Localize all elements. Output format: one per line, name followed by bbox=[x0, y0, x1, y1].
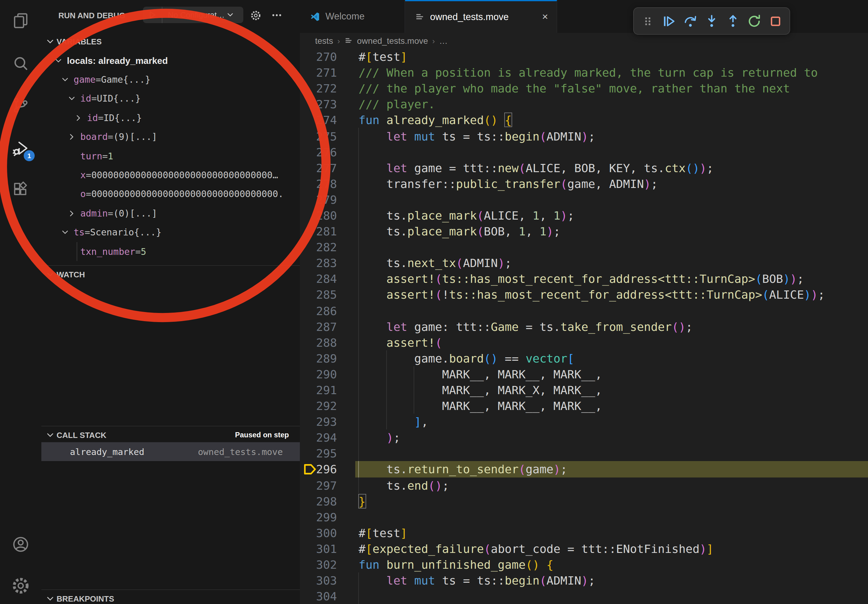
code-line-291: 291 MARK__, MARK_X, MARK__, bbox=[300, 382, 868, 398]
variable-row-board[interactable]: board = (9)[...] bbox=[41, 127, 300, 147]
line-number[interactable]: 278 bbox=[300, 177, 337, 190]
gear-icon[interactable] bbox=[249, 9, 262, 22]
equals-sign: = bbox=[85, 227, 90, 238]
breadcrumb-item[interactable]: … bbox=[439, 36, 448, 46]
line-number[interactable]: 297 bbox=[300, 479, 337, 492]
tab-welcome[interactable]: Welcome bbox=[300, 0, 405, 33]
continue-button[interactable] bbox=[661, 13, 677, 29]
move-file-icon bbox=[344, 37, 353, 45]
equals-sign: = bbox=[96, 74, 101, 85]
step-over-button[interactable] bbox=[682, 13, 698, 29]
tab-owned-tests-move[interactable]: owned_tests.move × bbox=[405, 0, 557, 33]
chevron-right-icon[interactable] bbox=[74, 114, 87, 122]
watch-section-header[interactable]: WATCH bbox=[41, 266, 300, 283]
start-debug-play-icon[interactable] bbox=[143, 10, 162, 19]
line-number[interactable]: 289 bbox=[300, 352, 337, 365]
settings-gear-icon[interactable] bbox=[11, 576, 30, 595]
tree-indent-guide bbox=[77, 242, 77, 261]
chevron-down-icon[interactable] bbox=[68, 94, 80, 103]
line-number[interactable]: 284 bbox=[300, 272, 337, 286]
variable-value: 5 bbox=[141, 246, 146, 257]
line-number[interactable]: 272 bbox=[300, 82, 337, 95]
call-stack-section-header[interactable]: CALL STACK Paused on step bbox=[41, 426, 300, 443]
line-number[interactable]: 304 bbox=[300, 589, 337, 603]
line-number[interactable]: 275 bbox=[300, 129, 337, 142]
code-line-287: 287 let game: ttt::Game = ts.take_from_s… bbox=[300, 318, 868, 334]
line-number[interactable]: 287 bbox=[300, 320, 337, 333]
run-and-debug-icon[interactable]: 1 bbox=[11, 139, 30, 158]
line-number[interactable]: 301 bbox=[300, 542, 337, 555]
chevron-right-icon[interactable] bbox=[68, 133, 80, 141]
line-number[interactable]: 295 bbox=[300, 447, 337, 460]
stop-button[interactable] bbox=[768, 13, 783, 29]
line-number[interactable]: 281 bbox=[300, 225, 337, 238]
source-control-icon[interactable] bbox=[11, 96, 30, 115]
variable-value: 0000000000000000000000000000000000. bbox=[91, 189, 284, 200]
chevron-down-icon[interactable] bbox=[54, 56, 67, 65]
explorer-icon[interactable] bbox=[11, 11, 30, 30]
variable-name: game bbox=[74, 74, 96, 85]
line-number[interactable]: 293 bbox=[300, 415, 337, 428]
variables-section-header[interactable]: VARIABLES bbox=[41, 33, 300, 50]
line-number[interactable]: 291 bbox=[300, 383, 337, 396]
line-number[interactable]: 277 bbox=[300, 161, 337, 174]
extensions-icon[interactable] bbox=[11, 180, 30, 200]
breadcrumb-item[interactable]: tests bbox=[315, 36, 333, 46]
indent-guide bbox=[358, 239, 359, 255]
chevron-down-icon[interactable] bbox=[61, 76, 74, 84]
chevron-right-icon: › bbox=[432, 36, 435, 45]
breadcrumbs: tests › owned_tests.move › … bbox=[300, 33, 868, 49]
line-number[interactable]: 300 bbox=[300, 526, 337, 539]
line-number[interactable]: 280 bbox=[300, 209, 337, 222]
variable-row-id[interactable]: id = UID{...} bbox=[41, 90, 300, 108]
code-line-296: 296 ts.return_to_sender(game); bbox=[300, 462, 868, 477]
line-number[interactable]: 273 bbox=[300, 98, 337, 111]
breakpoints-section-header[interactable]: BREAKPOINTS bbox=[41, 590, 300, 604]
step-into-button[interactable] bbox=[704, 13, 719, 29]
code-text: ts.place_mark(ALICE, 1, 1); bbox=[337, 209, 574, 222]
line-number[interactable]: 279 bbox=[300, 193, 337, 206]
restart-button[interactable] bbox=[746, 13, 762, 29]
call-stack-frame[interactable]: already_marked owned_tests.move bbox=[41, 442, 300, 462]
variable-row-txn_number[interactable]: txn_number = 5 bbox=[41, 242, 300, 261]
breadcrumb-item[interactable]: owned_tests.move bbox=[357, 36, 428, 46]
line-number[interactable]: 285 bbox=[300, 288, 337, 301]
step-out-button[interactable] bbox=[725, 13, 741, 29]
account-icon[interactable] bbox=[11, 535, 30, 554]
variable-row-o[interactable]: o = 0000000000000000000000000000000000. bbox=[41, 184, 300, 204]
line-number[interactable]: 270 bbox=[300, 50, 337, 63]
line-number[interactable]: 302 bbox=[300, 558, 337, 571]
variable-row-x[interactable]: x = 000000000000000000000000000000000… bbox=[41, 166, 300, 185]
line-number[interactable]: 298 bbox=[300, 494, 337, 508]
line-number[interactable]: 276 bbox=[300, 145, 337, 158]
drag-handle-icon[interactable] bbox=[640, 13, 656, 29]
variable-row-game[interactable]: game = Game{...} bbox=[41, 70, 300, 90]
line-number[interactable]: 299 bbox=[300, 510, 337, 524]
line-number[interactable]: 286 bbox=[300, 304, 337, 317]
code-line-283: 283 ts.next_tx(ADMIN); bbox=[300, 255, 868, 271]
variable-row-scope[interactable]: locals: already_marked bbox=[41, 51, 300, 70]
line-number[interactable]: 294 bbox=[300, 431, 337, 444]
line-number[interactable]: 303 bbox=[300, 574, 337, 587]
line-number[interactable]: 274 bbox=[300, 113, 337, 127]
search-icon[interactable] bbox=[11, 54, 30, 74]
variable-value: (0)[...] bbox=[113, 208, 157, 219]
close-icon[interactable]: × bbox=[542, 11, 548, 23]
line-number[interactable]: 292 bbox=[300, 399, 337, 412]
code-line-270: 270#[test] bbox=[300, 49, 868, 65]
variable-row-admin[interactable]: admin = (0)[...] bbox=[41, 204, 300, 223]
chevron-right-icon[interactable] bbox=[68, 209, 80, 218]
variable-name: ts bbox=[74, 227, 85, 238]
variable-row-ts[interactable]: ts = Scenario{...} bbox=[41, 223, 300, 242]
variable-value: Game{...} bbox=[101, 74, 150, 85]
line-number[interactable]: 283 bbox=[300, 256, 337, 270]
line-number[interactable]: 271 bbox=[300, 66, 337, 79]
line-number[interactable]: 288 bbox=[300, 336, 337, 349]
launch-config-dropdown[interactable]: No Configurations bbox=[143, 7, 243, 23]
ellipsis-icon[interactable] bbox=[270, 9, 284, 22]
line-number[interactable]: 282 bbox=[300, 240, 337, 254]
variable-row-turn[interactable]: turn = 1 bbox=[41, 147, 300, 166]
chevron-down-icon[interactable] bbox=[61, 228, 74, 237]
variable-row-id[interactable]: id = ID{...} bbox=[41, 108, 300, 127]
line-number[interactable]: 290 bbox=[300, 367, 337, 381]
